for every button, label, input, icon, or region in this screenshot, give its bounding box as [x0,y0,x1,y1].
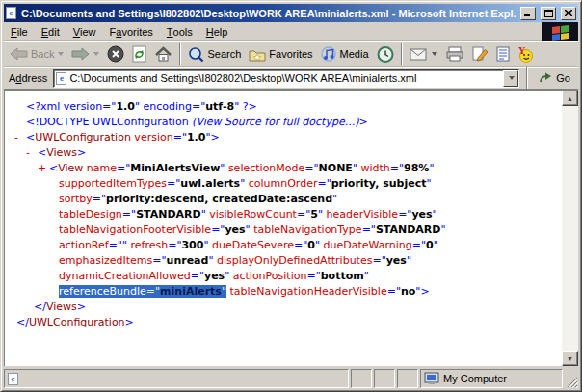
media-button[interactable]: Media [317,42,373,65]
xml-token: version [131,131,173,144]
xml-token: =" [317,177,331,190]
scroll-down-icon: ▼ [567,355,573,362]
collapse-toggle[interactable]: - [26,145,38,161]
mail-button[interactable] [406,42,441,65]
scroll-down-button[interactable]: ▼ [562,351,578,366]
maximize-button[interactable] [541,7,556,20]
toolbar-separator [179,43,181,65]
print-button[interactable] [441,42,468,65]
messenger-button[interactable]: Y [514,42,538,65]
history-button[interactable] [373,42,398,65]
xml-tree: <?xml version="1.0" encoding="utf-8" ?><… [5,91,562,366]
forward-button[interactable] [67,42,103,65]
ie-document-icon: e [56,72,66,85]
xml-token: 0 [307,239,315,251]
address-dropdown-button[interactable] [503,70,518,87]
xml-token: "> [205,131,219,144]
refresh-button[interactable] [128,42,150,65]
back-dropdown-icon[interactable] [58,52,64,56]
xml-token: =" [146,285,160,298]
xml-token: <?xml version=" [26,100,116,113]
xml-token: miniAlerts [160,285,222,298]
xml-token: 5 [310,208,318,221]
menu-item-tools[interactable]: Tools [160,22,199,40]
xml-token: yes [411,208,432,221]
xml-token: " [407,254,411,267]
minimize-icon [524,10,532,16]
xml-token: unread [167,254,209,267]
xml-token: > [77,146,86,159]
close-button[interactable] [561,7,576,20]
close-icon [565,10,572,16]
browser-window: e C:\Documents and Settings\I802802\Desk… [0,0,582,392]
go-arrow-icon [539,72,553,84]
xml-token: =" [152,254,166,267]
back-label: Back [31,48,54,60]
xml-token: " [225,270,233,282]
expand-toggle[interactable]: + [38,161,49,176]
history-icon [377,46,394,63]
xml-token: > [358,116,367,128]
xml-line: dynamicCreationAllowed="yes" actionPosit… [5,269,562,284]
chevron-down-icon [509,76,515,80]
xml-token: < [26,131,35,144]
windows-logo-throbber [542,22,578,41]
xml-token: columnOrder [249,177,318,190]
media-icon [321,46,337,62]
collapse-toggle[interactable]: - [14,130,26,145]
xml-token: selectionMode [228,162,304,174]
menu-item-edit[interactable]: Edit [35,22,66,40]
search-icon [188,46,204,63]
xml-token: Views [46,146,77,159]
xml-token: headerVisible [326,208,398,221]
favorites-button[interactable]: Favorites [245,42,316,65]
xml-token: 300 [181,239,203,251]
xml-token: " [240,177,249,190]
search-button[interactable]: Search [184,42,245,65]
xml-token: " [332,193,337,205]
go-button[interactable]: Go [535,68,576,89]
xml-token: </ [16,316,29,328]
xml-token: > [125,316,134,328]
menu-item-file[interactable]: File [4,22,35,40]
forward-dropdown-icon[interactable] [93,52,99,56]
xml-token: (View Source for full doctype...) [192,116,358,128]
title-bar[interactable]: e C:\Documents and Settings\I802802\Desk… [4,4,578,22]
svg-text:Y: Y [518,46,526,56]
xml-token: " [208,254,217,267]
scroll-up-button[interactable]: ▲ [562,91,578,106]
my-computer-icon [424,372,439,385]
address-input[interactable] [69,71,500,86]
xml-token: =" [297,208,310,221]
menu-item-favorites[interactable]: Favorites [103,22,160,40]
xml-token: tableNavigationHeaderVisible [229,285,386,298]
yahoo-messenger-icon: Y [517,46,534,63]
resize-grip[interactable] [565,369,578,388]
minimize-button[interactable] [520,7,536,20]
home-button[interactable] [150,42,176,65]
status-pane-main: e [4,369,349,388]
xml-line: supportedItemTypes="uwl.alerts" columnOr… [5,176,562,192]
print-icon [445,46,464,62]
menu-item-view[interactable]: View [66,22,103,40]
back-button[interactable]: Back [6,42,67,65]
xml-token: " [201,208,210,221]
address-box: e [53,69,519,88]
xml-token: name [83,162,117,174]
xml-token: =" [294,239,307,251]
xml-token: " [434,239,438,251]
xml-token: =" [398,208,411,221]
discuss-button[interactable] [492,42,514,65]
xml-token: 1.0 [187,131,206,144]
maximize-icon [544,10,553,17]
favorites-label: Favorites [269,48,312,60]
xml-token: no [401,285,415,298]
toolbar-separator [526,67,528,89]
xml-token: tableNavigationFooterVisible [59,223,211,236]
mail-dropdown-icon[interactable] [432,52,437,56]
edit-button[interactable] [468,42,492,65]
stop-button[interactable] [103,42,128,65]
menu-item-help[interactable]: Help [199,22,235,40]
vertical-scrollbar[interactable]: ▲ ▼ [562,91,578,366]
windows-flag-icon [549,22,570,41]
